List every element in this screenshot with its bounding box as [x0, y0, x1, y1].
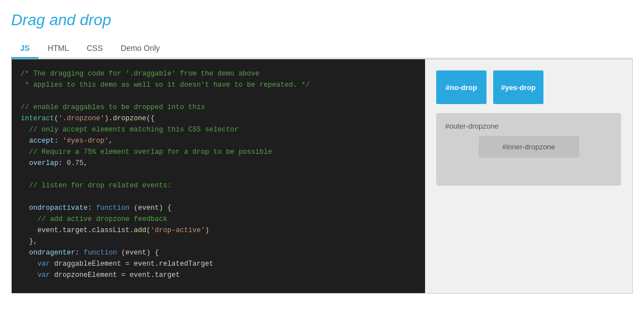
page-title: Drag and drop	[11, 11, 633, 29]
outer-dropzone-label: #outer-dropzone	[445, 122, 498, 130]
page-wrapper: Drag and drop JS HTML CSS Demo Only /* T…	[0, 0, 644, 305]
no-drop-label: #no-drop	[446, 83, 477, 92]
yes-drop-box[interactable]: #yes-drop	[493, 70, 543, 104]
yes-drop-label: #yes-drop	[501, 83, 536, 92]
demo-top-row: #no-drop #yes-drop	[436, 70, 621, 104]
inner-dropzone-label: #inner-dropzone	[502, 143, 555, 151]
tab-demo[interactable]: Demo Only	[112, 39, 169, 59]
outer-dropzone[interactable]: #outer-dropzone #inner-dropzone	[436, 113, 621, 186]
code-block: /* The dragging code for '.draggable' fr…	[12, 59, 425, 290]
tabs-bar: JS HTML CSS Demo Only	[11, 39, 633, 59]
tab-html[interactable]: HTML	[39, 39, 78, 59]
tab-js[interactable]: JS	[11, 39, 39, 59]
tab-css[interactable]: CSS	[78, 39, 112, 59]
no-drop-box[interactable]: #no-drop	[436, 70, 486, 104]
code-panel[interactable]: /* The dragging code for '.draggable' fr…	[12, 59, 425, 293]
content-area: /* The dragging code for '.draggable' fr…	[11, 59, 633, 294]
demo-panel: #no-drop #yes-drop #outer-dropzone #inne…	[425, 59, 632, 293]
inner-dropzone[interactable]: #inner-dropzone	[479, 136, 579, 158]
